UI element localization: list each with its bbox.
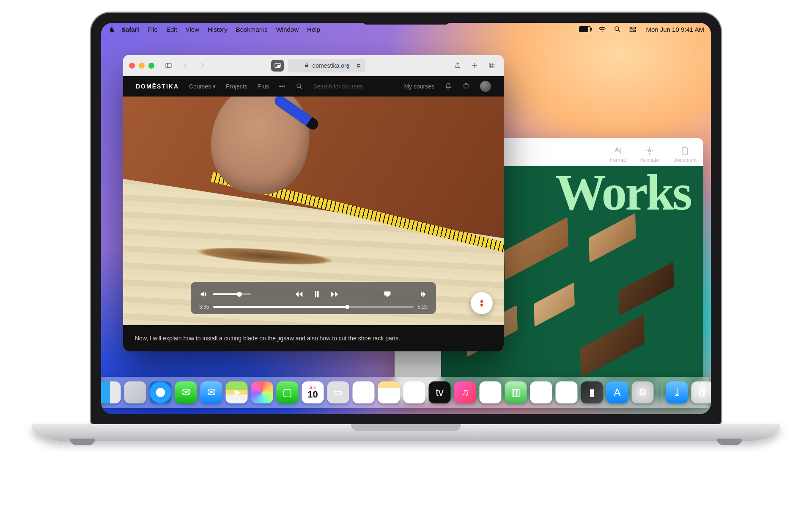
keynote-document-button[interactable]: Document: [673, 146, 697, 163]
battery-status-icon[interactable]: [579, 26, 591, 32]
site-search-icon[interactable]: [296, 83, 303, 90]
back-button[interactable]: [179, 60, 192, 72]
control-center-icon[interactable]: [629, 25, 636, 33]
pause-button[interactable]: [312, 290, 321, 299]
menu-history[interactable]: History: [203, 26, 232, 33]
video-viewer-button[interactable]: [271, 60, 284, 72]
cart-icon[interactable]: [462, 83, 470, 90]
macos-dock[interactable]: ✉︎ ✉︎ ➤ ▢ JUN10 ▭ ≡ ⌁ tv ♫ N ▥ ▦ ✎: [101, 377, 711, 408]
menu-edit[interactable]: Edit: [162, 26, 181, 33]
total-time: 5:20: [418, 304, 428, 310]
dock-stack-downloads[interactable]: ⤓: [666, 381, 688, 403]
menu-view[interactable]: View: [181, 26, 203, 33]
dock-app-music[interactable]: ♫: [454, 381, 476, 403]
wood-block-graphic: [618, 262, 674, 316]
domestika-help-bubble[interactable]: [471, 292, 493, 314]
dock-app-launchpad[interactable]: [124, 381, 146, 403]
spotlight-search-icon[interactable]: [614, 25, 621, 33]
dock-app-messages[interactable]: ✉︎: [175, 381, 197, 403]
dock-app-facetime[interactable]: ▢: [277, 381, 299, 403]
video-controls-hud[interactable]: 3:35 5:20: [191, 282, 436, 314]
macos-menubar[interactable]: Safari File Edit View History Bookmarks …: [101, 23, 711, 36]
new-tab-button[interactable]: [468, 60, 481, 72]
forward-button[interactable]: [196, 60, 208, 72]
nav-more[interactable]: •••: [279, 83, 285, 90]
wood-block-graphic: [504, 217, 568, 280]
sidebar-toggle-button[interactable]: [162, 60, 175, 72]
dock-app-reminders[interactable]: ≡: [353, 381, 375, 403]
menu-help[interactable]: Help: [303, 26, 324, 33]
safari-toolbar: domestika.org: [123, 55, 504, 76]
dock-app-notes[interactable]: [378, 381, 400, 403]
user-avatar[interactable]: [480, 81, 491, 92]
site-search-placeholder[interactable]: Search for courses: [313, 83, 363, 90]
svg-rect-9: [489, 63, 493, 67]
dock-app-tv[interactable]: tv: [429, 381, 451, 403]
macos-desktop: Safari File Edit View History Bookmarks …: [101, 23, 711, 414]
active-app-name[interactable]: Safari: [117, 26, 143, 33]
volume-slider[interactable]: [213, 293, 251, 295]
poster-title: Works: [555, 166, 691, 222]
dock-app-contacts[interactable]: ▭: [327, 381, 349, 403]
wood-block-graphic: [534, 282, 575, 326]
caption-text: Now, I will explain how to install a cut…: [135, 335, 400, 342]
dock-app-pages[interactable]: ✎: [556, 381, 578, 403]
site-logo[interactable]: DOMĒSTIKA: [136, 83, 179, 90]
apple-menu-icon[interactable]: [108, 26, 115, 33]
volume-control[interactable]: [199, 290, 251, 299]
tab-overview-button[interactable]: [485, 60, 498, 72]
reload-button[interactable]: [356, 63, 361, 68]
share-button[interactable]: [451, 60, 464, 72]
rewind-button[interactable]: [294, 290, 304, 299]
dock-app-safari[interactable]: [150, 381, 172, 403]
svg-rect-10: [490, 64, 494, 68]
dock-app-numbers[interactable]: ▥: [505, 381, 527, 403]
tab-audio-indicator-icon[interactable]: [346, 63, 351, 68]
minimize-window-button[interactable]: [139, 63, 145, 69]
laptop-lid: Safari File Edit View History Bookmarks …: [91, 13, 721, 424]
nav-courses[interactable]: Courses ▾: [189, 83, 216, 90]
close-window-button[interactable]: [129, 63, 135, 69]
nav-my-courses[interactable]: My courses: [404, 83, 434, 90]
safari-window[interactable]: domestika.org: [123, 55, 504, 351]
dock-app-keynote[interactable]: ▦: [530, 381, 552, 403]
keynote-animate-button[interactable]: Animate: [640, 146, 659, 163]
dock-app-system-settings[interactable]: ⚙︎: [632, 381, 654, 403]
wifi-status-icon[interactable]: [598, 25, 606, 33]
dock-app-maps[interactable]: ➤: [226, 381, 248, 403]
course-video-player[interactable]: 3:35 5:20: [123, 97, 504, 325]
keynote-format-button[interactable]: Format: [610, 146, 626, 163]
menu-file[interactable]: File: [143, 26, 162, 33]
address-bar[interactable]: domestika.org: [288, 59, 365, 72]
dock-app-appstore[interactable]: A: [606, 381, 628, 403]
nav-plus[interactable]: Plus: [258, 83, 269, 90]
more-controls-button[interactable]: [418, 290, 428, 299]
dock-trash[interactable]: 🗑︎: [691, 381, 711, 403]
dock-app-photos[interactable]: [251, 381, 273, 403]
dock-app-news[interactable]: N: [480, 381, 502, 403]
zoom-window-button[interactable]: [148, 63, 154, 69]
svg-rect-8: [277, 65, 280, 67]
volume-icon[interactable]: [199, 290, 208, 299]
menu-window[interactable]: Window: [272, 26, 303, 33]
laptop-base: [32, 424, 780, 441]
svg-point-4: [634, 30, 635, 31]
url-host: domestika.org: [313, 62, 350, 69]
notifications-icon[interactable]: [444, 83, 452, 90]
svg-point-5: [649, 149, 651, 152]
dock-app-calendar[interactable]: JUN10: [302, 381, 324, 403]
picture-in-picture-button[interactable]: [401, 290, 410, 299]
dock-app-finder[interactable]: [101, 381, 121, 403]
dock-app-freeform[interactable]: ⌁: [403, 381, 425, 403]
window-traffic-lights[interactable]: [129, 63, 154, 69]
fast-forward-button[interactable]: [330, 290, 339, 299]
menubar-clock[interactable]: Mon Jun 10 9:41 AM: [646, 26, 704, 33]
menu-bookmarks[interactable]: Bookmarks: [232, 26, 272, 33]
nav-projects[interactable]: Projects: [226, 83, 247, 90]
dock-app-iphone-mirroring[interactable]: ▮: [581, 381, 603, 403]
svg-point-0: [615, 27, 619, 30]
scrubber[interactable]: [213, 306, 413, 308]
dock-app-mail[interactable]: ✉︎: [200, 381, 222, 403]
airplay-button[interactable]: [383, 290, 392, 299]
svg-rect-3: [630, 30, 636, 32]
